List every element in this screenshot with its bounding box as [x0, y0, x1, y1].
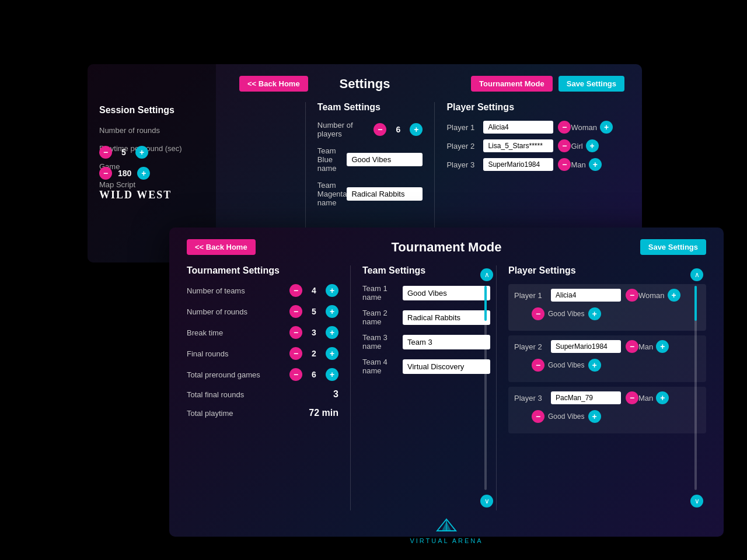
team-blue-input[interactable] [347, 153, 423, 166]
tournament-mode-button[interactable]: Tournament Mode [471, 76, 553, 92]
player1-row: Player 1 − Woman + [446, 121, 613, 134]
playtime-minus-btn-back[interactable]: − [99, 167, 112, 180]
playtime-value-back: 180 [118, 169, 131, 178]
t-player2-team-row: − Good Vibes + [532, 359, 700, 372]
final-minus-btn[interactable]: − [289, 347, 302, 360]
t-player2-team-plus-btn[interactable]: + [588, 359, 601, 372]
save-settings-button-front[interactable]: Save Settings [640, 239, 706, 255]
tournament-player1-block: Player 1 − Woman + − Good Vibes + [508, 284, 706, 331]
team-scroll-down-btn[interactable]: ∨ [480, 495, 493, 508]
sidebar-rounds-label: Number of rounds [99, 126, 204, 135]
player2-minus-btn[interactable]: − [558, 139, 571, 152]
t-player1-row: Player 1 − Woman + [514, 289, 700, 302]
team4-name-input[interactable] [403, 359, 490, 374]
rounds-value-back: 5 [118, 148, 130, 157]
t-player2-minus-btn[interactable]: − [626, 340, 638, 353]
t-player2-label: Player 2 [514, 342, 546, 351]
tournament-header: Back Home Tournament Mode Save Settings [187, 239, 706, 255]
teams-plus-btn[interactable]: + [326, 284, 338, 297]
t-player1-plus-btn[interactable]: + [668, 289, 680, 302]
team3-name-input[interactable] [403, 335, 490, 349]
final-rounds-row: Final rounds − 2 + [187, 347, 338, 360]
t-player1-label: Player 1 [514, 291, 546, 300]
break-plus-btn[interactable]: + [326, 326, 338, 339]
session-settings-title: Session Settings [99, 105, 204, 116]
t-rounds-minus-btn[interactable]: − [289, 305, 302, 318]
t-player3-name-input[interactable] [551, 391, 621, 404]
back-home-button-tournament[interactable]: Back Home [187, 239, 256, 255]
team-magenta-input[interactable] [347, 187, 423, 201]
t-player2-team-minus-btn[interactable]: − [532, 359, 544, 372]
t-player1-gender: Woman [638, 291, 665, 300]
team1-label: Team 1 name [362, 284, 403, 302]
player3-minus-btn[interactable]: − [558, 158, 571, 171]
player1-plus-btn[interactable]: + [600, 121, 613, 134]
va-logo: VIRTUAL ARENA [187, 516, 706, 544]
break-minus-btn[interactable]: − [289, 326, 302, 339]
t-rounds-plus-btn[interactable]: + [326, 305, 338, 318]
player-scroll-up-btn[interactable]: ∧ [690, 268, 703, 281]
final-plus-btn[interactable]: + [326, 347, 338, 360]
team2-name-input[interactable] [403, 310, 490, 325]
t-player1-team-row: − Good Vibes + [532, 307, 700, 320]
t-rounds-row: Number of rounds − 5 + [187, 305, 338, 318]
team-scroll-track [484, 286, 487, 490]
rounds-plus-btn-back[interactable]: + [135, 146, 148, 159]
player-scroll-thumb [694, 286, 697, 321]
player2-name-input[interactable] [483, 139, 553, 152]
t-player2-name-input[interactable] [551, 340, 621, 353]
team-settings-title: Team Settings [317, 102, 423, 113]
team-magenta-label: Team Magenta name [317, 181, 347, 207]
t-player2-plus-btn[interactable]: + [656, 340, 669, 353]
settings-panel-title: Settings [340, 76, 390, 92]
player1-name-input[interactable] [483, 121, 553, 134]
t-player1-team-minus-btn[interactable]: − [532, 307, 544, 320]
player1-minus-btn[interactable]: − [558, 121, 571, 134]
player2-gender: Girl [571, 142, 582, 150]
team3-row: Team 3 name [362, 333, 490, 351]
t-player1-minus-btn[interactable]: − [626, 289, 638, 302]
t-player3-team: Good Vibes [548, 412, 585, 421]
t-player1-team: Good Vibes [548, 310, 585, 318]
team1-name-input[interactable] [403, 286, 490, 300]
total-final-label: Total final rounds [187, 390, 333, 399]
player3-name-input[interactable] [483, 158, 553, 171]
player3-plus-btn[interactable]: + [589, 158, 602, 171]
rounds-minus-btn-back[interactable]: − [99, 146, 112, 159]
team-scroll-up-btn[interactable]: ∧ [480, 268, 493, 281]
t-player3-minus-btn[interactable]: − [626, 391, 638, 404]
player2-plus-btn[interactable]: + [586, 139, 599, 152]
final-value: 2 [308, 349, 320, 358]
tournament-player3-block: Player 3 − Man + − Good Vibes + [508, 387, 706, 433]
break-time-label: Break time [187, 328, 289, 337]
save-settings-button-back[interactable]: Save Settings [558, 76, 624, 92]
back-home-button-settings[interactable]: Back Home [239, 76, 308, 92]
players-minus-btn[interactable]: − [374, 123, 386, 136]
player-scroll-down-btn[interactable]: ∨ [690, 495, 703, 508]
player3-gender: Man [571, 160, 585, 169]
total-playtime-label: Total playtime [187, 409, 309, 418]
num-players-row: Number of players − 6 + [317, 121, 423, 138]
t-player3-team-minus-btn[interactable]: − [532, 410, 544, 423]
t-player1-name-input[interactable] [551, 289, 621, 302]
t-player2-row: Player 2 − Man + [514, 340, 700, 353]
team4-row: Team 4 name [362, 358, 490, 375]
player3-label: Player 3 [446, 160, 479, 169]
num-players-label: Number of players [317, 121, 374, 138]
players-value: 6 [392, 125, 404, 134]
players-plus-btn[interactable]: + [410, 123, 423, 136]
preround-value: 6 [308, 370, 320, 379]
t-player1-team-plus-btn[interactable]: + [588, 307, 601, 320]
total-playtime-row: Total playtime 72 min [187, 408, 338, 418]
va-logo-text: VIRTUAL ARENA [187, 537, 706, 544]
preround-minus-btn[interactable]: − [289, 368, 302, 381]
game-name-back: WILD WEST [99, 189, 172, 201]
team-magenta-row: Team Magenta name [317, 181, 423, 207]
playtime-plus-btn-back[interactable]: + [137, 167, 150, 180]
t-rounds-label: Number of rounds [187, 307, 289, 316]
preround-plus-btn[interactable]: + [326, 368, 338, 381]
t-player3-team-plus-btn[interactable]: + [588, 410, 601, 423]
teams-minus-btn[interactable]: − [289, 284, 302, 297]
t-player3-gender: Man [638, 394, 653, 402]
t-player3-plus-btn[interactable]: + [656, 391, 669, 404]
